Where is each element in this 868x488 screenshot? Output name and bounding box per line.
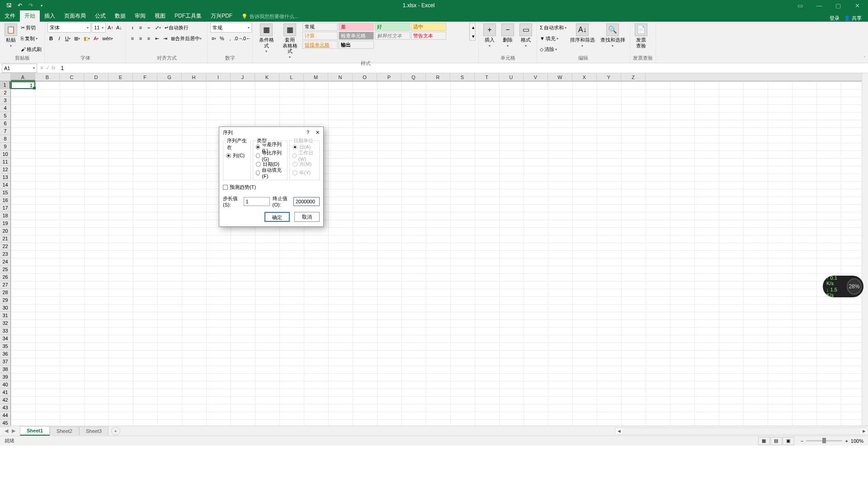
col-header-W[interactable]: W	[548, 73, 572, 81]
sheet-tab-2[interactable]: Sheet2	[50, 427, 79, 435]
cell-styles-gallery[interactable]: 常规 差 好 适中 计算 检查单元格 解释性文本 警告文本 链接单元格 输出	[302, 23, 467, 49]
underline-button[interactable]: U▾	[64, 34, 72, 42]
fill-color-button[interactable]: ◧▾	[82, 34, 91, 42]
font-color-button[interactable]: A▾	[92, 34, 100, 42]
row-header-7[interactable]: 7	[0, 127, 10, 135]
col-header-H[interactable]: H	[182, 73, 206, 81]
style-link[interactable]: 链接单元格	[302, 41, 338, 49]
collapse-ribbon-icon[interactable]: ˇ	[864, 56, 865, 61]
number-format-combo[interactable]: 常规▾	[210, 23, 252, 33]
col-header-Q[interactable]: Q	[401, 73, 426, 81]
hsb-track[interactable]	[623, 428, 860, 434]
zoom-slider[interactable]	[806, 440, 842, 441]
bold-button[interactable]: B	[47, 34, 55, 42]
tab-formula[interactable]: 公式	[90, 10, 110, 22]
font-size-combo[interactable]: 11▾	[92, 23, 106, 33]
accounting-format-icon[interactable]: ¤▾	[210, 34, 217, 42]
row-header-41[interactable]: 41	[0, 389, 10, 396]
font-name-combo[interactable]: 宋体▾	[47, 23, 91, 33]
save-icon[interactable]: 🖫	[5, 1, 14, 10]
undo-icon[interactable]: ↶	[15, 1, 24, 10]
stop-value-input[interactable]	[293, 197, 320, 206]
network-widget[interactable]: ↑ 0.1 K/s ↓ 1.5 K/s 28%	[823, 276, 863, 297]
row-header-28[interactable]: 28	[0, 289, 10, 296]
clear-button[interactable]: ◇ 清除 ▾	[540, 44, 566, 54]
align-center-icon[interactable]: ≡	[137, 34, 144, 42]
row-header-39[interactable]: 39	[0, 373, 10, 381]
radio-column[interactable]: 列(C)	[226, 151, 248, 160]
cancel-formula-icon[interactable]: ✕	[40, 65, 44, 71]
delete-cells-button[interactable]: −删除▾	[500, 23, 516, 49]
row-header-24[interactable]: 24	[0, 258, 10, 266]
enter-formula-icon[interactable]: ✓	[46, 65, 50, 71]
tab-review[interactable]: 审阅	[130, 10, 150, 22]
tab-layout[interactable]: 页面布局	[60, 10, 90, 22]
row-header-19[interactable]: 19	[0, 220, 10, 227]
wrap-text-button[interactable]: ↵ 自动换行	[163, 23, 190, 32]
autosum-button[interactable]: Σ 自动求和 ▾	[540, 23, 566, 33]
zoom-in-icon[interactable]: +	[845, 438, 848, 444]
tab-view[interactable]: 视图	[150, 10, 170, 22]
decrease-indent-icon[interactable]: ⇤	[153, 34, 160, 42]
row-header-30[interactable]: 30	[0, 304, 10, 312]
share-button[interactable]: 👤 共享	[844, 15, 862, 22]
row-header-45[interactable]: 45	[0, 419, 10, 427]
tab-home[interactable]: 开始	[20, 10, 40, 22]
phonetic-button[interactable]: wén▾	[101, 34, 114, 42]
row-header-6[interactable]: 6	[0, 120, 10, 127]
sheet-tab-3[interactable]: Sheet3	[79, 427, 108, 435]
sheet-nav-next-icon[interactable]: ▶	[12, 428, 15, 434]
row-header-3[interactable]: 3	[0, 97, 10, 104]
italic-button[interactable]: I	[56, 34, 63, 42]
sheet-tab-1[interactable]: Sheet1	[20, 426, 50, 436]
col-header-N[interactable]: N	[328, 73, 353, 81]
row-header-37[interactable]: 37	[0, 358, 10, 366]
cancel-button[interactable]: 取消	[294, 212, 320, 222]
col-header-Z[interactable]: Z	[621, 73, 646, 81]
increase-decimal-icon[interactable]: .0→	[235, 34, 242, 42]
style-gallery-scroll[interactable]: ▴ ▾	[469, 23, 476, 41]
row-header-25[interactable]: 25	[0, 266, 10, 273]
style-bad[interactable]: 差	[339, 23, 374, 31]
row-header-42[interactable]: 42	[0, 396, 10, 404]
step-value-input[interactable]	[244, 197, 270, 206]
row-headers[interactable]: 1234567891011121314151617181920212223242…	[0, 81, 11, 426]
row-header-21[interactable]: 21	[0, 235, 10, 243]
dialog-titlebar[interactable]: 序列 ? ✕	[219, 127, 323, 138]
fill-button[interactable]: ▼ 填充 ▾	[540, 33, 566, 43]
row-header-4[interactable]: 4	[0, 104, 10, 112]
name-box[interactable]: A1▾	[2, 64, 37, 73]
row-header-22[interactable]: 22	[0, 243, 10, 250]
scroll-down-icon[interactable]: ▾	[470, 32, 477, 40]
row-header-9[interactable]: 9	[0, 143, 10, 150]
row-header-1[interactable]: 1	[0, 81, 10, 89]
align-bottom-icon[interactable]: ⫟	[145, 23, 153, 32]
qat-customize-icon[interactable]: ▾	[37, 1, 46, 10]
scroll-up-icon[interactable]: ▴	[470, 23, 477, 31]
col-header-S[interactable]: S	[450, 73, 475, 81]
tab-pdf[interactable]: PDF工具集	[170, 10, 206, 22]
vertical-scrollbar[interactable]	[862, 73, 868, 426]
col-header-O[interactable]: O	[353, 73, 377, 81]
row-header-44[interactable]: 44	[0, 412, 10, 419]
col-header-X[interactable]: X	[572, 73, 597, 81]
row-header-16[interactable]: 16	[0, 197, 10, 204]
normal-view-icon[interactable]: ▦	[758, 437, 770, 445]
row-header-18[interactable]: 18	[0, 212, 10, 220]
tab-file[interactable]: 文件	[0, 10, 20, 22]
row-header-12[interactable]: 12	[0, 166, 10, 174]
col-header-U[interactable]: U	[499, 73, 524, 81]
insert-function-icon[interactable]: fx	[52, 65, 56, 71]
col-header-K[interactable]: K	[255, 73, 279, 81]
col-header-I[interactable]: I	[206, 73, 231, 81]
sheet-nav-prev-icon[interactable]: ◀	[5, 428, 8, 434]
row-header-40[interactable]: 40	[0, 381, 10, 389]
hsb-left-icon[interactable]: ◀	[615, 429, 623, 433]
row-header-43[interactable]: 43	[0, 404, 10, 412]
col-header-B[interactable]: B	[35, 73, 60, 81]
col-header-A[interactable]: A	[11, 73, 35, 81]
format-painter-button[interactable]: 🖌 格式刷	[21, 44, 42, 54]
radio-autofill[interactable]: 自动填充(F)	[256, 169, 284, 177]
row-header-5[interactable]: 5	[0, 112, 10, 120]
increase-indent-icon[interactable]: ⇥	[161, 34, 169, 42]
